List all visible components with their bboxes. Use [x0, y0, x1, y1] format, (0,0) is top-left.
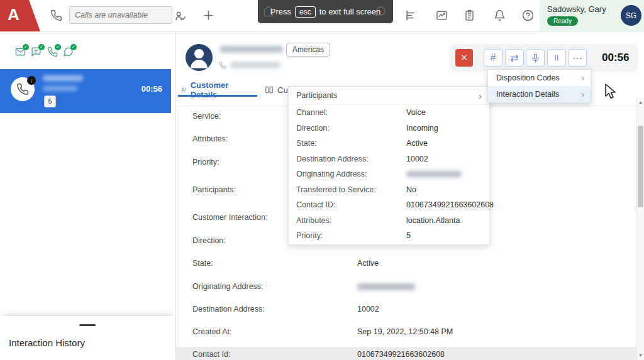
field-value: 01067349921663602608 [357, 350, 445, 359]
call-timer: 00:56 [142, 84, 162, 94]
field-label: Originating Address: [192, 282, 264, 291]
popup-row-state: State: Active [289, 136, 489, 151]
field-label: Participants: [192, 185, 236, 194]
avatar[interactable]: SG [621, 5, 641, 26]
menu-label: Disposition Codes [496, 74, 560, 82]
agent-check-icon[interactable] [174, 10, 186, 22]
popup-row-originating-address: Originating Address: [289, 166, 489, 182]
blurred-contact-number-2 [230, 62, 280, 68]
bell-icon[interactable] [494, 9, 506, 21]
scrollbar-thumb[interactable] [638, 126, 643, 207]
chat-bubble-icon [375, 6, 386, 17]
field-label: Created At: [192, 327, 232, 336]
priority-badge: 5 [44, 95, 56, 107]
user-name: Sadowsky, Gary [547, 4, 606, 14]
popup-value: No [406, 185, 416, 194]
logo-letter: A [8, 5, 19, 25]
interaction-details-popup: Participants › Channel: Voice Direction:… [288, 86, 490, 245]
popup-row-destination-address: Destination Address: 10002 [289, 151, 489, 167]
contact-avatar-icon [186, 44, 213, 71]
end-call-button[interactable]: × [455, 49, 473, 67]
popup-value: 10002 [406, 155, 428, 163]
mute-button[interactable] [526, 49, 545, 67]
field-row-created-at: Created At: Sep 19, 2022, 12:50:48 PM [176, 327, 641, 337]
active-call-item[interactable]: ↓ 00:56 5 [0, 69, 171, 113]
popup-label: Channel: [296, 108, 328, 117]
check-icon: ✓ [55, 44, 61, 50]
blurred-value [357, 283, 415, 290]
phone-icon[interactable] [50, 9, 62, 21]
incoming-call-icon: ↓ [11, 77, 35, 101]
drag-handle[interactable] [79, 324, 96, 326]
dialpad-button[interactable]: # [484, 49, 502, 67]
interaction-history-panel: Interaction History [0, 316, 175, 360]
field-label: Direction: [192, 236, 226, 245]
user-area[interactable]: Sadowsky, Gary Ready SG [540, 0, 644, 31]
field-row-originating-address: Originating Address: [176, 282, 641, 292]
popup-row-attributes: Attributes: location.Atlanta [289, 213, 489, 229]
chevron-right-icon: › [581, 89, 584, 99]
home-icon [263, 6, 274, 17]
avaya-logo: A [0, 0, 40, 31]
vertical-scrollbar[interactable]: ▲ ▼ [636, 97, 644, 360]
trend-chart-icon[interactable] [436, 9, 448, 21]
popup-label: Priority: [296, 231, 323, 240]
bar-chart-icon[interactable] [405, 9, 417, 21]
field-value: Active [357, 259, 379, 268]
field-row-contact-id: Contact Id: 01067349921663602608 [176, 350, 641, 360]
transfer-button[interactable]: ⇄ [505, 49, 524, 67]
hold-button[interactable] [547, 49, 566, 67]
more-menu: Disposition Codes › Interaction Details … [487, 69, 591, 103]
more-button[interactable]: ⋯ [568, 49, 587, 67]
participants-row[interactable]: Participants › [289, 87, 489, 105]
field-label: Service: [192, 112, 221, 121]
field-value: Sep 19, 2022, 12:50:48 PM [357, 327, 453, 336]
call-duration: 00:56 [602, 52, 629, 64]
field-row-destination-address: Destination Address: 10002 [176, 305, 641, 315]
interaction-main: Americas × # ⇄ ⋯ 00:56 Customer Details … [176, 31, 644, 360]
top-bar: A Press esc to exit full screen Sadowsky… [0, 0, 644, 32]
popup-label: State: [296, 139, 317, 148]
field-label: Customer Interaction: [192, 213, 268, 222]
call-input[interactable] [69, 6, 172, 24]
scroll-up-icon[interactable]: ▲ [637, 100, 644, 104]
menu-item-interaction-details[interactable]: Interaction Details › [488, 86, 591, 102]
popup-title: Participants [296, 91, 337, 100]
plus-icon[interactable] [203, 9, 214, 21]
field-label: State: [192, 259, 213, 268]
blurred-caller-number-2 [43, 86, 77, 91]
popup-row-channel: Channel: Voice [289, 105, 489, 121]
fullscreen-toast: Press esc to exit full screen [258, 0, 393, 23]
popup-label: Transferred to Service: [296, 185, 376, 194]
toast-suffix: to exit full screen [319, 7, 381, 16]
clipboard-icon[interactable] [464, 9, 475, 21]
field-label: Destination Address: [192, 305, 265, 314]
voice-channel-icon[interactable]: ✓ [47, 46, 58, 57]
popup-label: Attributes: [296, 216, 331, 225]
popup-label: Direction: [296, 124, 330, 133]
blurred-value [406, 171, 462, 177]
email-channel-icon[interactable]: ✓ [15, 46, 26, 57]
check-icon: ✓ [38, 44, 45, 50]
popup-label: Contact ID: [296, 200, 336, 209]
chat-channel-icon[interactable]: ✓ [31, 46, 42, 57]
popup-row-direction: Direction: Incoming [289, 121, 489, 136]
interaction-history-label: Interaction History [9, 337, 85, 348]
field-value: 10002 [357, 305, 379, 314]
popup-value: Incoming [406, 124, 438, 133]
popup-value: Voice [406, 108, 426, 117]
messaging-channel-icon[interactable]: ✓ [63, 46, 74, 57]
popup-row-priority: Priority: 5 [289, 228, 489, 244]
help-icon[interactable] [522, 9, 534, 21]
scroll-down-icon[interactable]: ▼ [637, 353, 644, 357]
field-label: Priority: [192, 158, 219, 166]
blurred-caller-number [43, 75, 83, 81]
popup-row-transferred: Transferred to Service: No [289, 182, 489, 198]
field-label: Attributes: [192, 134, 228, 143]
small-phone-icon [219, 62, 226, 69]
chevron-right-icon: › [479, 90, 482, 101]
popup-label: Destination Address: [296, 155, 369, 163]
menu-item-disposition-codes[interactable]: Disposition Codes › [488, 70, 591, 86]
menu-label: Interaction Details [496, 90, 559, 99]
field-label: Contact Id: [192, 350, 230, 359]
